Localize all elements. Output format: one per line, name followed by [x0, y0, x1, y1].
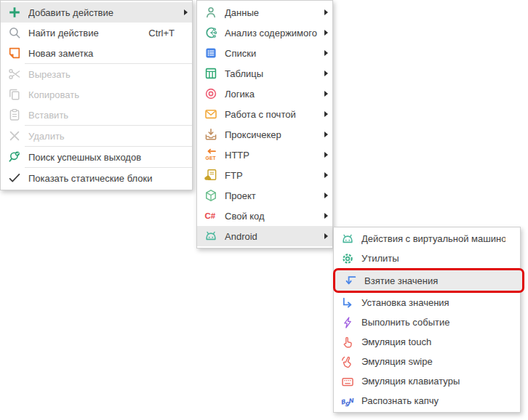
- submenu-arrow-icon: [177, 9, 188, 15]
- menu-item[interactable]: Утилиты: [334, 249, 520, 268]
- menu-item[interactable]: Проект: [197, 185, 332, 206]
- submenu-arrow-icon: [318, 132, 328, 137]
- menu-item[interactable]: Проксичекер: [197, 124, 332, 145]
- menu-item[interactable]: Добавить действие: [1, 2, 192, 23]
- search-success-icon: [8, 150, 21, 163]
- logic-icon: [204, 87, 217, 100]
- menu-item[interactable]: Логика: [197, 84, 332, 104]
- menu-item-label: Данные: [225, 7, 318, 18]
- menu-item-label: Android: [225, 231, 318, 242]
- menu-item[interactable]: Эмуляция клавиатуры: [334, 371, 520, 391]
- menu-item-label: Логика: [225, 89, 318, 100]
- captcha-icon: BgN: [341, 395, 354, 408]
- menu-item-label: Списки: [225, 48, 318, 59]
- menu-item[interactable]: Удалить: [1, 126, 192, 146]
- menu-item-label: FTP: [225, 170, 318, 181]
- menu-item-label: Взятие значения: [364, 275, 508, 286]
- cascading-context-menus: Добавить действиеНайти действиеCtrl+TНов…: [0, 0, 528, 420]
- menu-item[interactable]: Таблицы: [197, 63, 332, 84]
- menu-item[interactable]: Выполнить событие: [334, 312, 520, 332]
- menu-item[interactable]: Данные: [197, 2, 332, 23]
- submenu-arrow-icon: [318, 233, 328, 239]
- http-get-icon: GET: [204, 148, 217, 161]
- android-icon: [341, 233, 354, 246]
- menu-item[interactable]: Действия с виртуальной машиной: [334, 229, 520, 249]
- paste-icon: [8, 108, 21, 121]
- menu-item-label: Найти действие: [28, 28, 148, 39]
- menu-item-label: Работа с почтой: [225, 109, 318, 120]
- context-menu: Добавить действиеНайти действиеCtrl+TНов…: [0, 0, 193, 190]
- menu-item-label: Таблицы: [225, 68, 318, 79]
- table-icon: [204, 67, 217, 80]
- menu-item[interactable]: Взятие значения: [333, 268, 524, 293]
- menu-item[interactable]: BgNРаспознать капчу: [334, 391, 520, 411]
- list-icon: [204, 47, 217, 60]
- menu-item-label: Показать статические блоки: [28, 173, 177, 184]
- submenu-arrow-icon: [318, 30, 328, 36]
- submenu-arrow-icon: [318, 70, 328, 76]
- svg-text:N: N: [348, 397, 354, 405]
- menu-item-label: Действия с виртуальной машиной: [361, 233, 505, 244]
- menu-item-label: Удалить: [28, 131, 177, 142]
- android-icon: [204, 230, 217, 243]
- menu-item[interactable]: FTP: [197, 165, 332, 185]
- android-submenu: Действия с виртуальной машинойУтилитыВзя…: [333, 227, 521, 413]
- menu-item[interactable]: Эмуляция touch: [334, 332, 520, 352]
- take-value-icon: [344, 274, 357, 287]
- menu-item[interactable]: Новая заметка: [1, 43, 192, 63]
- person-icon: [204, 6, 217, 19]
- menu-item-label: Вставить: [28, 110, 177, 121]
- menu-item[interactable]: Показать статические блоки: [1, 168, 192, 188]
- menu-item-label: Добавить действие: [28, 7, 177, 18]
- menu-item[interactable]: Анализ содержимого: [197, 23, 332, 43]
- delete-icon: [8, 129, 21, 142]
- cube-icon: [204, 189, 217, 202]
- menu-item[interactable]: Поиск успешных выходов: [1, 147, 192, 167]
- submenu-arrow-icon: [318, 9, 328, 15]
- menu-item-label: Анализ содержимого: [225, 28, 318, 39]
- menu-item-label: Эмуляция клавиатуры: [361, 376, 505, 387]
- submenu-arrow-icon: [318, 193, 328, 198]
- menu-item[interactable]: Android: [197, 226, 332, 246]
- menu-item-label: Поиск успешных выходов: [28, 152, 177, 163]
- copy-icon: [8, 88, 21, 101]
- submenu-arrow-icon: [318, 111, 328, 117]
- submenu-arrow-icon: [318, 91, 328, 97]
- menu-item[interactable]: GETHTTP: [197, 145, 332, 165]
- proxy-icon: [204, 128, 217, 141]
- menu-item[interactable]: Найти действиеCtrl+T: [1, 23, 192, 43]
- submenu-arrow-icon: [318, 213, 328, 219]
- shortcut-label: Ctrl+T: [148, 28, 175, 39]
- menu-item-label: Выполнить событие: [361, 317, 505, 328]
- menu-item[interactable]: Копировать: [1, 84, 192, 105]
- submenu-arrow-icon: [318, 50, 328, 56]
- submenu-arrow-icon: [318, 172, 328, 178]
- analysis-icon: [204, 26, 217, 39]
- menu-item-label: Копировать: [28, 89, 177, 100]
- menu-item-label: Эмуляция touch: [361, 336, 505, 347]
- set-value-icon: [341, 296, 354, 310]
- search-icon: [8, 26, 21, 39]
- menu-item-label: Утилиты: [361, 253, 505, 264]
- touch-icon: [341, 336, 354, 349]
- menu-item[interactable]: Работа с почтой: [197, 104, 332, 124]
- menu-item-label: Распознать капчу: [361, 395, 505, 406]
- svg-text:GET: GET: [206, 156, 217, 161]
- menu-item-label: Свой код: [225, 211, 318, 222]
- mail-icon: [204, 108, 217, 121]
- menu-item[interactable]: C#Свой код: [197, 206, 332, 226]
- menu-item-label: Проксичекер: [225, 129, 318, 140]
- menu-item[interactable]: Установка значения: [334, 293, 520, 312]
- menu-item-label: Установка значения: [361, 297, 505, 308]
- swipe-icon: [341, 355, 354, 368]
- menu-item[interactable]: Вставить: [1, 105, 192, 125]
- csharp-icon: C#: [204, 209, 217, 222]
- menu-item[interactable]: Эмуляция swipe: [334, 352, 520, 371]
- submenu-arrow-icon: [318, 152, 328, 158]
- menu-item-label: Новая заметка: [28, 48, 177, 59]
- menu-item-label: Вырезать: [28, 69, 177, 80]
- ftp-icon: [204, 169, 217, 182]
- menu-item[interactable]: Списки: [197, 43, 332, 63]
- menu-item-label: Эмуляция swipe: [361, 356, 505, 367]
- menu-item[interactable]: Вырезать: [1, 64, 192, 84]
